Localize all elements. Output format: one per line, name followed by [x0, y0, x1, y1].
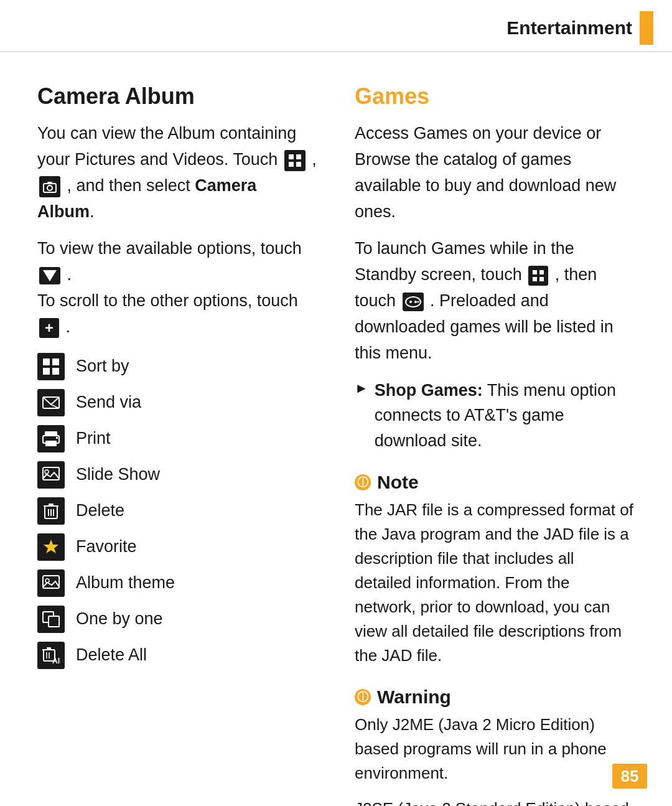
menu-item-favorite: Favorite: [37, 533, 317, 561]
svg-point-45: [417, 301, 419, 302]
camera-icon: [39, 176, 60, 197]
camera-album-intro: You can view the Album containing your P…: [37, 121, 317, 225]
warning-title: Warning: [377, 687, 451, 708]
svg-rect-6: [47, 182, 52, 184]
delete-all-icon: All: [37, 642, 65, 669]
warning-text-2: J2SE (Java 2 Standard Edition) based pro…: [355, 797, 635, 806]
main-content: Camera Album You can view the Album cont…: [0, 52, 672, 806]
note-title: Note: [377, 472, 419, 493]
games-grid-icon: [528, 266, 548, 286]
note-text: The JAR file is a compressed format of t…: [355, 498, 635, 668]
menu-item-sort-by: Sort by: [37, 353, 317, 380]
svg-text:All: All: [52, 657, 60, 665]
arrow-down-icon: [39, 267, 60, 284]
svg-rect-0: [289, 154, 294, 159]
svg-rect-3: [296, 162, 301, 167]
svg-rect-38: [539, 270, 544, 274]
svg-rect-10: [43, 368, 50, 375]
delete-all-label: Delete All: [76, 645, 147, 665]
slide-show-icon: [37, 461, 65, 489]
svg-rect-17: [56, 437, 58, 439]
sort-by-label: Sort by: [76, 357, 129, 376]
album-theme-label: Album theme: [76, 573, 175, 593]
note-bullet-icon: ⓘ: [355, 474, 371, 490]
svg-rect-8: [43, 358, 50, 365]
svg-rect-39: [533, 277, 537, 281]
one-by-one-icon: [37, 606, 65, 633]
svg-point-44: [414, 301, 417, 303]
svg-marker-7: [43, 270, 57, 281]
games-intro-2: To launch Games while in the Standby scr…: [355, 236, 635, 366]
menu-item-one-by-one: One by one: [37, 606, 317, 633]
menu-item-send-via: Send via: [37, 389, 317, 416]
games-intro-1: Access Games on your device or Browse th…: [355, 121, 635, 225]
svg-rect-22: [49, 504, 54, 507]
svg-point-19: [45, 470, 49, 474]
send-via-label: Send via: [76, 393, 141, 412]
album-theme-icon: [37, 569, 65, 597]
note-header: ⓘ Note: [355, 472, 635, 493]
menu-list: Sort by Send via: [37, 353, 317, 669]
slide-show-label: Slide Show: [76, 465, 160, 484]
svg-rect-37: [533, 270, 537, 274]
plus-icon: +: [39, 318, 59, 338]
options-text: To view the available options, touch . T…: [37, 236, 317, 340]
gamepad-icon: [403, 293, 424, 311]
header-accent-bar: [640, 11, 653, 45]
send-via-icon: [37, 389, 65, 416]
svg-rect-1: [296, 154, 301, 159]
page-header: Entertainment: [0, 0, 672, 52]
delete-icon: [37, 497, 65, 525]
svg-rect-30: [49, 616, 59, 627]
svg-rect-33: [47, 647, 51, 650]
menu-item-slide-show: Slide Show: [37, 461, 317, 489]
svg-rect-9: [52, 358, 59, 365]
svg-rect-16: [45, 441, 57, 446]
games-title: Games: [355, 83, 635, 110]
menu-item-album-theme: Album theme: [37, 569, 317, 597]
one-by-one-label: One by one: [76, 609, 163, 629]
shop-arrow-icon: ►: [355, 380, 368, 396]
print-label: Print: [76, 429, 111, 448]
shop-games-text: Shop Games: This menu option connects to…: [375, 378, 635, 454]
camera-album-title: Camera Album: [37, 83, 317, 110]
note-box: ⓘ Note The JAR file is a compressed form…: [355, 472, 635, 668]
menu-item-delete: Delete: [37, 497, 317, 525]
header-title: Entertainment: [506, 17, 632, 39]
shop-games-item: ► Shop Games: This menu option connects …: [355, 378, 635, 454]
sort-by-icon: [37, 353, 65, 380]
page-number: 85: [612, 764, 647, 789]
svg-rect-2: [289, 162, 294, 167]
favorite-icon: [37, 533, 65, 561]
svg-rect-40: [539, 277, 544, 281]
svg-marker-26: [44, 540, 58, 553]
delete-label: Delete: [76, 501, 124, 520]
grid-icon: [284, 150, 306, 171]
warning-bullet-icon: ⓘ: [355, 689, 371, 705]
menu-item-delete-all: All Delete All: [37, 642, 317, 669]
favorite-label: Favorite: [76, 537, 137, 556]
warning-header: ⓘ Warning: [355, 687, 635, 708]
left-column: Camera Album You can view the Album cont…: [37, 83, 317, 806]
warning-box: ⓘ Warning Only J2ME (Java 2 Micro Editio…: [355, 687, 635, 806]
print-icon: [37, 425, 65, 452]
menu-item-print: Print: [37, 425, 317, 452]
svg-point-5: [47, 185, 52, 190]
right-column: Games Access Games on your device or Bro…: [355, 83, 635, 806]
svg-rect-11: [52, 368, 59, 375]
warning-text-1: Only J2ME (Java 2 Micro Edition) based p…: [355, 713, 635, 785]
